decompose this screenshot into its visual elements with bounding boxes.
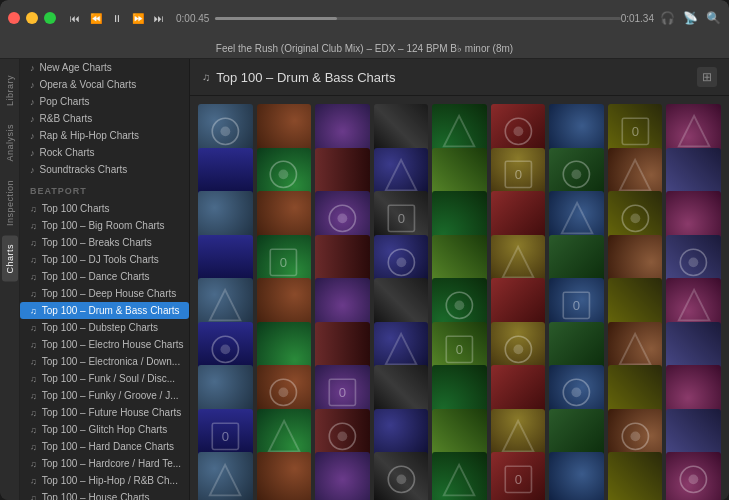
svg-point-26: [396, 257, 406, 267]
sidebar-item-hiphop-rnb[interactable]: ♫ Top 100 – Hip-Hop / R&B Ch...: [20, 472, 189, 489]
progress-bar[interactable]: [215, 17, 620, 20]
play-pause-button[interactable]: ⏸: [110, 11, 124, 26]
minimize-button[interactable]: [26, 12, 38, 24]
sidebar-item-soundtracks[interactable]: ♪ Soundtracks Charts: [20, 161, 189, 178]
view-toggle-button[interactable]: ⊞: [697, 67, 717, 87]
progress-area: [215, 17, 620, 20]
tab-analysis[interactable]: Analysis: [2, 116, 18, 170]
svg-point-4: [513, 126, 523, 136]
svg-text:0: 0: [456, 342, 463, 357]
album-item[interactable]: [666, 452, 721, 500]
sidebar-item-dubstep[interactable]: ♫ Top 100 – Dubstep Charts: [20, 319, 189, 336]
broadcast-icon[interactable]: 📡: [683, 11, 698, 25]
chart-icon: ♫: [30, 459, 37, 469]
sidebar: ♪ New Age Charts ♪ Opera & Vocal Charts …: [20, 59, 190, 500]
time-elapsed: 0:00.45: [176, 13, 209, 24]
forward-button[interactable]: ⏩: [130, 11, 146, 26]
chart-icon: ♫: [30, 442, 37, 452]
main-content: Library Analysis Inspection Charts ♪ New…: [0, 59, 729, 500]
tab-charts[interactable]: Charts: [2, 236, 18, 282]
album-item[interactable]: [198, 452, 253, 500]
chart-icon: ♫: [30, 306, 37, 316]
sidebar-item-rnb[interactable]: ♪ R&B Charts: [20, 110, 189, 127]
sidebar-item-rap[interactable]: ♪ Rap & Hip-Hop Charts: [20, 127, 189, 144]
sidebar-item-house[interactable]: ♫ Top 100 – House Charts: [20, 489, 189, 500]
chart-icon: ♫: [30, 493, 37, 501]
sidebar-item-hard-dance[interactable]: ♫ Top 100 – Hard Dance Charts: [20, 438, 189, 455]
sidebar-item-dj-tools[interactable]: ♫ Top 100 – DJ Tools Charts: [20, 251, 189, 268]
search-icon[interactable]: 🔍: [706, 11, 721, 25]
svg-point-14: [572, 170, 582, 180]
close-button[interactable]: [8, 12, 20, 24]
titlebar-right: 🎧 📡 🔍: [660, 11, 721, 25]
titlebar: ⏮ ⏪ ⏸ ⏩ ⏭ 0:00.45 0:01.34 🎧 📡 🔍: [0, 0, 729, 36]
album-item[interactable]: 0: [491, 452, 546, 500]
sidebar-item-hardcore[interactable]: ♫ Top 100 – Hardcore / Hard Te...: [20, 455, 189, 472]
chart-icon: ♫: [30, 272, 37, 282]
music-icon: ♪: [30, 114, 35, 124]
album-item[interactable]: [608, 452, 663, 500]
headphone-icon[interactable]: 🎧: [660, 11, 675, 25]
svg-point-45: [279, 388, 289, 398]
svg-point-22: [630, 213, 640, 223]
svg-point-57: [630, 431, 640, 441]
sidebar-item-funky[interactable]: ♫ Top 100 – Funky / Groove / J...: [20, 387, 189, 404]
album-item[interactable]: [257, 452, 312, 500]
chart-icon: ♫: [30, 425, 37, 435]
sidebar-item-breaks[interactable]: ♫ Top 100 – Breaks Charts: [20, 234, 189, 251]
beatport-section-label: BEATPORT: [20, 178, 189, 200]
svg-marker-55: [503, 421, 534, 452]
sidebar-item-funk[interactable]: ♫ Top 100 – Funk / Soul / Disc...: [20, 370, 189, 387]
chart-icon: ♫: [30, 323, 37, 333]
sidebar-item-electronica[interactable]: ♫ Top 100 – Electronica / Down...: [20, 353, 189, 370]
sidebar-item-drum-bass[interactable]: ♫ Top 100 – Drum & Bass Charts: [20, 302, 189, 319]
chart-icon: ♫: [30, 374, 37, 384]
chart-icon: ♫: [30, 238, 37, 248]
sidebar-item-new-age[interactable]: ♪ New Age Charts: [20, 59, 189, 76]
sidebar-item-rock[interactable]: ♪ Rock Charts: [20, 144, 189, 161]
chart-icon: ♫: [30, 391, 37, 401]
svg-point-9: [279, 170, 289, 180]
svg-text:0: 0: [397, 211, 404, 226]
music-icon: ♪: [30, 63, 35, 73]
svg-text:0: 0: [222, 429, 229, 444]
next-button[interactable]: ⏭: [152, 11, 166, 26]
sidebar-item-deep-house[interactable]: ♫ Top 100 – Deep House Charts: [20, 285, 189, 302]
panel-title: ♫ Top 100 – Drum & Bass Charts: [202, 70, 395, 85]
sidebar-item-big-room[interactable]: ♫ Top 100 – Big Room Charts: [20, 217, 189, 234]
track-title: Feel the Rush (Original Club Mix) – EDX …: [216, 43, 513, 54]
tab-library[interactable]: Library: [2, 67, 18, 114]
prev-button[interactable]: ⏮: [68, 11, 82, 26]
sidebar-item-future-house[interactable]: ♫ Top 100 – Future House Charts: [20, 404, 189, 421]
music-icon: ♪: [30, 97, 35, 107]
svg-marker-61: [444, 464, 475, 495]
svg-marker-30: [210, 290, 241, 321]
chart-icon: ♫: [30, 476, 37, 486]
maximize-button[interactable]: [44, 12, 56, 24]
tab-inspection[interactable]: Inspection: [2, 172, 18, 234]
svg-text:0: 0: [632, 124, 639, 139]
svg-point-65: [689, 475, 699, 485]
rewind-button[interactable]: ⏪: [88, 11, 104, 26]
svg-point-60: [396, 475, 406, 485]
chart-icon: ♫: [30, 221, 37, 231]
sidebar-item-glitch-hop[interactable]: ♫ Top 100 – Glitch Hop Charts: [20, 421, 189, 438]
album-item[interactable]: [549, 452, 604, 500]
svg-point-32: [455, 301, 465, 311]
svg-marker-7: [678, 116, 709, 147]
sidebar-item-opera[interactable]: ♪ Opera & Vocal Charts: [20, 76, 189, 93]
album-item[interactable]: [432, 452, 487, 500]
svg-marker-2: [444, 116, 475, 147]
sidebar-item-electro-house[interactable]: ♫ Top 100 – Electro House Charts: [20, 336, 189, 353]
svg-text:0: 0: [280, 255, 287, 270]
sidebar-item-top100[interactable]: ♫ Top 100 Charts: [20, 200, 189, 217]
transport-controls: ⏮ ⏪ ⏸ ⏩ ⏭: [68, 11, 166, 26]
chart-icon: ♫: [30, 204, 37, 214]
sidebar-item-pop[interactable]: ♪ Pop Charts: [20, 93, 189, 110]
music-icon: ♪: [30, 131, 35, 141]
chart-icon: ♫: [30, 255, 37, 265]
album-item[interactable]: [315, 452, 370, 500]
sidebar-item-dance[interactable]: ♫ Top 100 – Dance Charts: [20, 268, 189, 285]
svg-marker-20: [561, 203, 592, 234]
album-item[interactable]: [374, 452, 429, 500]
